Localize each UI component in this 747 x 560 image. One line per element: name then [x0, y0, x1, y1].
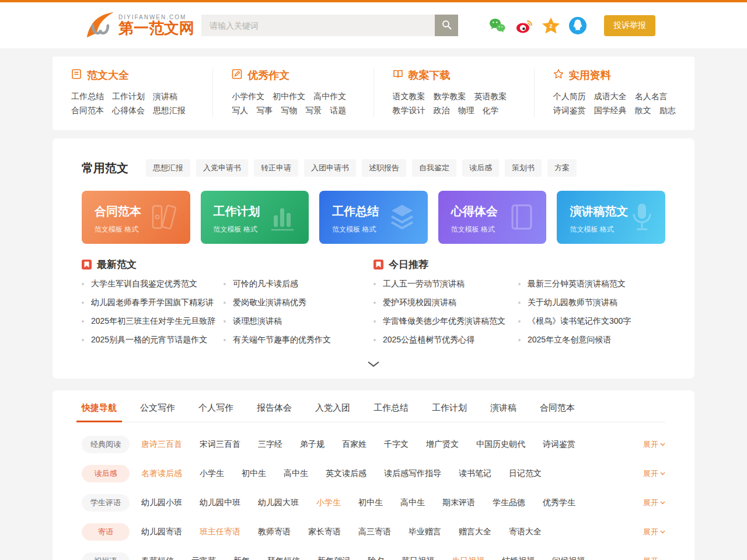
qzone-icon[interactable]: z: [542, 17, 560, 34]
quick-link[interactable]: 高中生: [400, 498, 425, 508]
nav-link[interactable]: 写景: [305, 106, 322, 115]
tab-report[interactable]: 报告体会: [257, 402, 292, 422]
quick-link[interactable]: 节日祝福: [402, 556, 434, 560]
quick-link[interactable]: 期末评语: [442, 498, 475, 508]
quick-link[interactable]: 读书笔记: [459, 468, 491, 479]
card-experience[interactable]: 心得体会 范文模板 格式: [438, 191, 547, 244]
nav-column-title[interactable]: 范文大全: [87, 68, 129, 82]
nav-link[interactable]: 诗词鉴赏: [553, 106, 586, 115]
nav-link[interactable]: 写人: [232, 106, 248, 115]
quick-link[interactable]: 赠言大全: [459, 527, 491, 537]
tag[interactable]: 策划书: [505, 159, 542, 177]
nav-link[interactable]: 教学设计: [393, 106, 425, 115]
site-logo[interactable]: DIYIFANWEN.COM 第一范文网: [85, 10, 194, 41]
nav-link[interactable]: 国学经典: [594, 106, 627, 115]
nav-link[interactable]: 励志: [659, 106, 676, 115]
quick-link[interactable]: 家长寄语: [308, 527, 341, 537]
expand-button[interactable]: 展开: [643, 498, 665, 508]
article-link[interactable]: 关于幼儿园教师节演讲稿: [518, 293, 665, 312]
article-link[interactable]: 幼儿园老师春季开学国旗下精彩讲: [82, 293, 224, 312]
article-link[interactable]: 2025别具一格的元宵节话题作文: [82, 331, 224, 349]
quick-link[interactable]: 中国历史朝代: [476, 439, 525, 450]
nav-link[interactable]: 成语大全: [594, 92, 627, 101]
quick-link[interactable]: 幼儿园寄语: [141, 527, 182, 537]
quick-link[interactable]: 百家姓: [342, 439, 366, 450]
article-link[interactable]: 工人五一劳动节演讲稿: [374, 275, 518, 293]
quick-link[interactable]: 班主任寄语: [200, 527, 240, 537]
tab-work-plan[interactable]: 工作计划: [432, 402, 467, 422]
expand-button[interactable]: 展开: [643, 556, 665, 560]
quick-link[interactable]: 增广贤文: [426, 439, 459, 450]
tab-contract[interactable]: 合同范本: [540, 402, 575, 422]
tab-party[interactable]: 入党入团: [315, 402, 350, 422]
quick-link[interactable]: 新年: [233, 556, 250, 560]
row-label[interactable]: 经典阅读: [82, 436, 130, 453]
nav-link[interactable]: 工作总结: [71, 92, 104, 101]
nav-link[interactable]: 小学作文: [232, 92, 264, 101]
quick-link[interactable]: 新年贺词: [317, 556, 350, 560]
quick-link[interactable]: 生日祝福: [452, 556, 484, 560]
quick-link[interactable]: 元宵节: [191, 556, 216, 560]
tag[interactable]: 入党申请书: [196, 159, 248, 177]
nav-link[interactable]: 演讲稿: [153, 92, 177, 101]
quick-link[interactable]: 千字文: [384, 439, 409, 450]
nav-link[interactable]: 思想汇报: [153, 106, 186, 115]
card-contract-template[interactable]: 合同范本 范文模板 格式: [82, 191, 190, 244]
quick-link[interactable]: 毕业赠言: [409, 527, 441, 537]
nav-link[interactable]: 话题: [330, 106, 346, 115]
tag[interactable]: 方案: [547, 159, 577, 177]
quick-link[interactable]: 小学生: [200, 468, 224, 479]
quick-link[interactable]: 唐诗三百首: [141, 439, 182, 450]
search-input[interactable]: [201, 15, 435, 36]
card-work-plan[interactable]: 工作计划 范文模板 格式: [201, 191, 309, 244]
article-link[interactable]: 可怜的凡卡读后感: [224, 275, 374, 293]
tag[interactable]: 自我鉴定: [412, 159, 456, 177]
quick-link[interactable]: 宋词三百首: [200, 439, 240, 450]
article-link[interactable]: 学雷锋做美德少年优秀演讲稿范文: [374, 312, 518, 331]
nav-link[interactable]: 心得体会: [112, 106, 145, 115]
nav-link[interactable]: 数学教案: [434, 92, 466, 101]
tag[interactable]: 思想汇报: [146, 159, 190, 177]
nav-link[interactable]: 政治: [434, 106, 450, 115]
article-link[interactable]: 《根鸟》读书笔记作文300字: [518, 312, 665, 331]
card-work-summary[interactable]: 工作总结 范文模板 格式: [319, 191, 428, 244]
tag[interactable]: 入团申请书: [304, 159, 356, 177]
nav-link[interactable]: 合同范本: [71, 106, 104, 115]
quick-link[interactable]: 优秀学生: [543, 498, 575, 508]
card-speech[interactable]: 演讲稿范文 范文模板 格式: [557, 191, 665, 244]
nav-link[interactable]: 名人名言: [635, 92, 668, 101]
nav-column-title[interactable]: 教案下载: [409, 68, 451, 82]
article-link[interactable]: 大学生军训自我鉴定优秀范文: [82, 275, 224, 293]
nav-link[interactable]: 物理: [458, 106, 474, 115]
quick-link[interactable]: 学生品德: [493, 498, 525, 508]
report-button[interactable]: 投诉举报: [604, 15, 655, 36]
wechat-icon[interactable]: [488, 17, 506, 34]
quick-link[interactable]: 春节短信: [141, 556, 174, 560]
row-label[interactable]: 学生评语: [82, 494, 130, 512]
quick-link[interactable]: 幼儿园中班: [200, 498, 240, 508]
quick-link[interactable]: 初中生: [358, 498, 383, 508]
article-link[interactable]: 2025年立冬创意问候语: [518, 331, 665, 349]
nav-link[interactable]: 初中作文: [273, 92, 305, 101]
quick-link[interactable]: 三字经: [258, 439, 282, 450]
quick-link[interactable]: 除夕: [368, 556, 384, 560]
nav-link[interactable]: 散文: [635, 106, 651, 115]
qq-icon[interactable]: [569, 17, 587, 34]
quick-link[interactable]: 寄语大全: [509, 527, 542, 537]
quick-link[interactable]: 英文读后感: [326, 468, 366, 479]
tab-personal-writing[interactable]: 个人写作: [198, 402, 233, 422]
quick-link[interactable]: 日记范文: [509, 468, 542, 479]
article-link[interactable]: 2025公益植树节优秀心得: [374, 331, 518, 349]
article-link[interactable]: 爱护环境校园演讲稿: [374, 293, 518, 312]
quick-link[interactable]: 拜年短信: [267, 556, 300, 560]
quick-link[interactable]: 读后感写作指导: [384, 468, 441, 479]
article-link[interactable]: 有关端午节趣事的优秀作文: [224, 331, 374, 349]
quick-link[interactable]: 高中生: [284, 468, 308, 479]
tag[interactable]: 读后感: [462, 159, 499, 177]
nav-link[interactable]: 个人简历: [553, 92, 586, 101]
nav-link[interactable]: 语文教案: [393, 92, 425, 101]
tab-official-writing[interactable]: 公文写作: [140, 402, 175, 422]
nav-column-title[interactable]: 实用资料: [569, 68, 611, 82]
row-label[interactable]: 读后感: [82, 465, 130, 482]
expand-button[interactable]: 展开: [643, 527, 665, 537]
